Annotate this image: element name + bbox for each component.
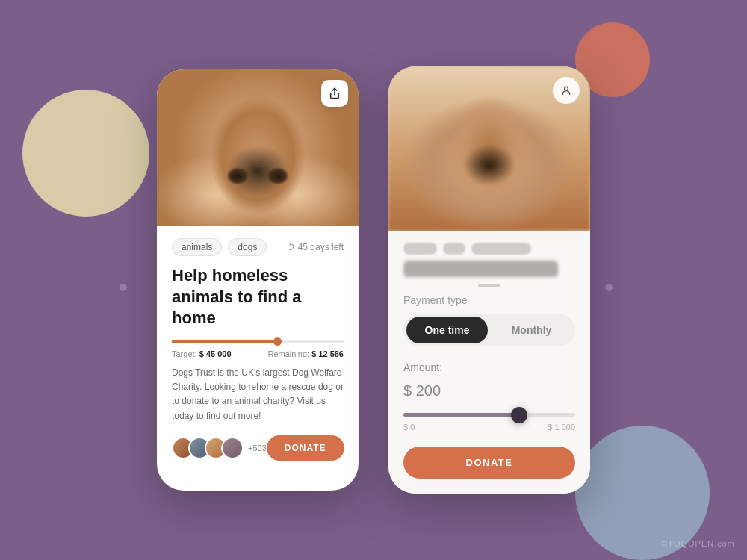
tag-animals[interactable]: animals bbox=[172, 238, 222, 256]
avatar-4 bbox=[221, 437, 244, 459]
progress-section: Target: $ 45 000 Remaining: $ 12 586 bbox=[172, 340, 344, 358]
divider bbox=[478, 284, 500, 287]
progress-dot bbox=[273, 337, 282, 346]
target-label: Target: $ 45 000 bbox=[172, 349, 232, 358]
svg-point-1 bbox=[565, 87, 568, 90]
deco-dot-2 bbox=[120, 284, 127, 291]
blurred-tags-row bbox=[403, 243, 575, 255]
left-phone-content: animals dogs ⏱ 45 days left Help homeles… bbox=[157, 226, 359, 473]
blurred-title bbox=[403, 261, 558, 277]
avatars: +503 bbox=[172, 437, 267, 459]
progress-fill bbox=[172, 340, 279, 343]
progress-bar bbox=[172, 340, 344, 343]
deco-circle-beige bbox=[22, 90, 149, 217]
campaign-title: Help homeless animals to find a home bbox=[172, 265, 344, 329]
tag-dogs[interactable]: dogs bbox=[228, 238, 267, 256]
blurred-tag-1 bbox=[403, 243, 437, 255]
amount-value: $ 200 bbox=[403, 378, 575, 401]
watermark: ©TOQOPEN.com bbox=[661, 539, 735, 548]
bottom-row: +503 DONATE bbox=[172, 435, 344, 461]
remaining-label: Remaining: $ 12 586 bbox=[267, 349, 344, 358]
slider-max: $ 1 000 bbox=[548, 423, 575, 432]
right-phone-content: Payment type One time Monthly Amount: $ … bbox=[388, 231, 590, 494]
monthly-button[interactable]: Monthly bbox=[491, 317, 572, 343]
payment-toggle: One time Monthly bbox=[403, 314, 575, 346]
blurred-tag-3 bbox=[471, 243, 531, 255]
left-donate-button[interactable]: DONATE bbox=[267, 435, 344, 461]
amount-label: Amount: bbox=[403, 361, 575, 373]
payment-type-label: Payment type bbox=[403, 294, 575, 306]
campaign-image-left bbox=[157, 69, 359, 226]
slider-range-labels: $ 0 $ 1 000 bbox=[403, 423, 575, 432]
clock-icon: ⏱ bbox=[287, 243, 295, 252]
slider-fill bbox=[403, 413, 527, 417]
right-phone-icon[interactable] bbox=[553, 77, 580, 104]
plus-count: +503 bbox=[248, 444, 267, 452]
slider-min: $ 0 bbox=[403, 423, 415, 432]
progress-labels: Target: $ 45 000 Remaining: $ 12 586 bbox=[172, 349, 344, 358]
phone-left: animals dogs ⏱ 45 days left Help homeles… bbox=[157, 69, 359, 491]
blurred-tag-2 bbox=[443, 243, 465, 255]
campaign-image-right bbox=[388, 66, 590, 231]
slider-track bbox=[403, 413, 575, 417]
amount-slider[interactable] bbox=[403, 413, 575, 417]
tags-row: animals dogs ⏱ 45 days left bbox=[172, 238, 344, 256]
phones-container: animals dogs ⏱ 45 days left Help homeles… bbox=[157, 66, 590, 494]
phone-right: Payment type One time Monthly Amount: $ … bbox=[388, 66, 590, 494]
one-time-button[interactable]: One time bbox=[406, 317, 488, 343]
right-donate-button[interactable]: DONATE bbox=[403, 447, 575, 479]
campaign-description: Dogs Trust is the UK's largest Dog Welfa… bbox=[172, 366, 344, 423]
share-button[interactable] bbox=[321, 80, 348, 107]
slider-thumb[interactable] bbox=[511, 407, 527, 423]
days-left: ⏱ 45 days left bbox=[287, 242, 344, 252]
deco-dot-3 bbox=[605, 284, 613, 291]
